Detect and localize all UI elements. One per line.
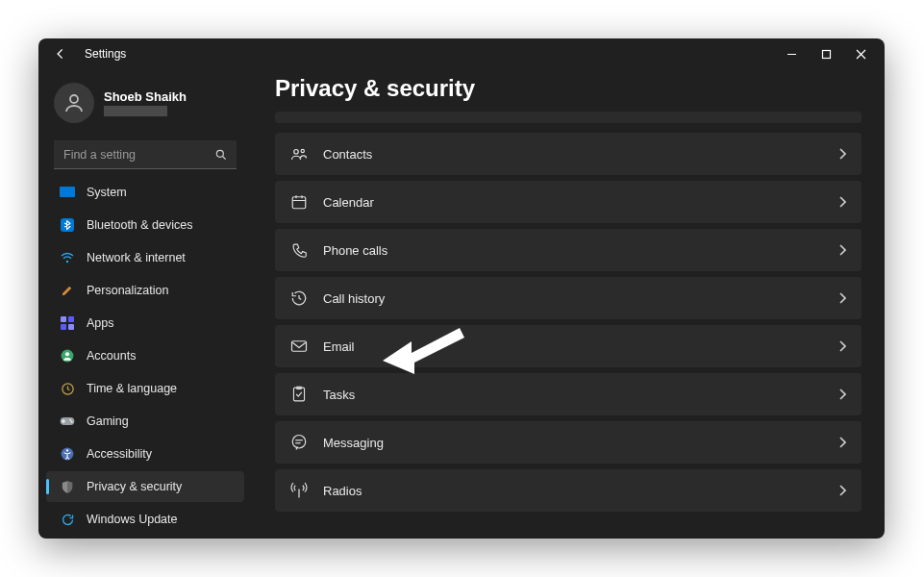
wifi-icon (60, 250, 75, 265)
row-label: Radios (323, 484, 838, 498)
user-block[interactable]: Shoeb Shaikh (46, 79, 244, 133)
row-calendar[interactable]: Calendar (275, 181, 862, 223)
window-controls (785, 47, 877, 61)
user-meta: Shoeb Shaikh (104, 89, 187, 116)
sidebar: Shoeb Shaikh System (38, 69, 252, 539)
sidebar-item-network[interactable]: Network & internet (46, 242, 244, 273)
system-icon (60, 185, 75, 200)
sidebar-item-label: Windows Update (87, 513, 178, 526)
update-icon (60, 512, 75, 527)
row-radios[interactable]: Radios (275, 469, 862, 512)
search-icon (214, 148, 228, 162)
svg-rect-14 (68, 324, 74, 330)
sidebar-item-label: Network & internet (87, 251, 186, 264)
page-title: Privacy & security (275, 75, 862, 102)
chevron-right-icon (838, 244, 846, 256)
contacts-icon (290, 145, 308, 163)
svg-point-20 (71, 421, 73, 423)
row-label: Calendar (323, 195, 838, 210)
window-body: Shoeb Shaikh System (38, 69, 885, 539)
svg-rect-7 (60, 187, 75, 197)
phone-icon (290, 241, 308, 259)
sidebar-item-system[interactable]: System (46, 177, 244, 208)
chevron-right-icon (838, 437, 846, 448)
sidebar-item-label: Accounts (87, 349, 136, 363)
maximize-button[interactable] (819, 47, 833, 61)
row-email[interactable]: Email (275, 325, 862, 367)
row-label: Tasks (323, 388, 838, 402)
sidebar-item-windows-update[interactable]: Windows Update (46, 504, 244, 535)
back-button[interactable] (54, 47, 73, 61)
row-label: Email (323, 339, 838, 354)
history-icon (290, 289, 308, 307)
row-messaging[interactable]: Messaging (275, 421, 862, 464)
row-phone-calls[interactable]: Phone calls (275, 229, 862, 271)
sidebar-item-label: Time & language (87, 382, 177, 395)
svg-point-19 (69, 419, 71, 421)
accounts-icon (60, 348, 75, 364)
svg-point-24 (301, 149, 304, 152)
sidebar-item-label: Gaming (87, 414, 129, 428)
bluetooth-icon (60, 217, 75, 233)
chevron-right-icon (838, 485, 846, 496)
row-label: Contacts (323, 147, 838, 162)
settings-window: Settings Shoeb (38, 38, 885, 539)
svg-point-4 (70, 95, 78, 103)
svg-point-5 (216, 150, 223, 157)
gaming-icon (60, 414, 75, 429)
chevron-right-icon (838, 340, 846, 352)
accessibility-icon (60, 446, 75, 462)
user-email-redacted (104, 106, 167, 116)
row-call-history[interactable]: Call history (275, 277, 862, 319)
radios-icon (290, 482, 308, 499)
window-title: Settings (85, 47, 785, 61)
shield-icon (60, 479, 75, 494)
svg-point-31 (292, 436, 306, 449)
svg-rect-13 (61, 324, 66, 330)
svg-rect-30 (293, 388, 304, 401)
sidebar-item-apps[interactable]: Apps (46, 308, 244, 339)
sidebar-item-label: Accessibility (87, 447, 152, 461)
messaging-icon (290, 434, 308, 451)
svg-line-6 (223, 156, 226, 159)
svg-rect-12 (68, 316, 74, 322)
chevron-right-icon (838, 389, 846, 400)
row-tasks[interactable]: Tasks (275, 373, 862, 415)
sidebar-item-label: Privacy & security (87, 480, 182, 493)
sidebar-item-bluetooth[interactable]: Bluetooth & devices (46, 210, 244, 240)
row-contacts[interactable]: Contacts (275, 133, 862, 175)
sidebar-item-gaming[interactable]: Gaming (46, 406, 244, 437)
chevron-right-icon (838, 196, 846, 208)
sidebar-item-time-language[interactable]: Time & language (46, 373, 244, 404)
sidebar-item-label: System (87, 186, 127, 199)
svg-point-23 (294, 150, 299, 155)
sidebar-item-privacy-security[interactable]: Privacy & security (46, 471, 244, 502)
sidebar-item-label: Personalization (87, 284, 168, 297)
row-label: Call history (323, 291, 838, 306)
user-name: Shoeb Shaikh (104, 89, 187, 104)
svg-rect-1 (822, 50, 830, 58)
minimize-button[interactable] (785, 47, 798, 61)
tasks-icon (290, 386, 308, 403)
main-content: Privacy & security Contacts Calendar (252, 69, 885, 539)
titlebar: Settings (38, 38, 885, 69)
sidebar-item-personalization[interactable]: Personalization (46, 275, 244, 306)
sidebar-item-accessibility[interactable]: Accessibility (46, 439, 244, 469)
svg-point-22 (66, 449, 68, 451)
paintbrush-icon (60, 283, 75, 298)
row-label: Messaging (323, 436, 838, 450)
search-box[interactable] (54, 140, 237, 169)
search-input[interactable] (63, 148, 214, 162)
sidebar-item-accounts[interactable]: Accounts (46, 340, 244, 371)
email-icon (290, 338, 308, 355)
avatar (54, 83, 94, 123)
clock-globe-icon (60, 381, 75, 396)
sidebar-item-label: Bluetooth & devices (87, 218, 193, 232)
apps-icon (60, 315, 75, 331)
svg-point-16 (65, 352, 69, 356)
calendar-icon (290, 193, 308, 211)
close-button[interactable] (854, 47, 867, 61)
sidebar-nav: System Bluetooth & devices Network & int… (46, 177, 244, 535)
banner-strip (275, 112, 862, 123)
chevron-right-icon (838, 148, 846, 160)
